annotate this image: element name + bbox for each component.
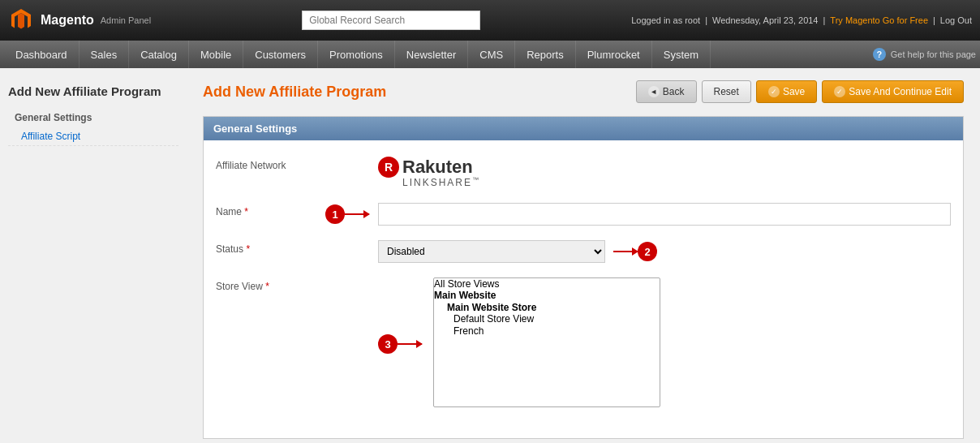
main-container: Add New Affiliate Program General Settin… (0, 68, 980, 443)
header: Magento Admin Panel Logged in as root | … (0, 0, 980, 41)
page-title: Add New Affiliate Program (203, 84, 636, 101)
sidebar-item-affiliate-script[interactable]: Affiliate Script (8, 127, 178, 146)
status-select[interactable]: Disabled Enabled (378, 240, 605, 263)
store-view-option-default[interactable]: Default Store View (434, 313, 660, 325)
nav-item-dashboard[interactable]: Dashboard (4, 41, 80, 68)
nav-item-sales[interactable]: Sales (80, 41, 130, 68)
sidebar-general-settings[interactable]: General Settings (8, 108, 178, 127)
store-view-required: * (265, 281, 269, 292)
name-row: Name * 1 (216, 203, 951, 226)
nav-item-newsletter[interactable]: Newsletter (395, 41, 468, 68)
nav-item-cms[interactable]: CMS (468, 41, 515, 68)
app-name: Magento (41, 13, 94, 28)
rakuten-r-icon: R (378, 157, 399, 178)
main-content: Add New Affiliate Program ◄ Back Reset ✓… (187, 68, 980, 443)
store-view-option-french[interactable]: French (434, 325, 660, 337)
section-body: Affiliate Network R Rakuten LINKSHARE™ (204, 140, 963, 438)
status-row: Status * Disabled Enabled (216, 240, 951, 263)
header-search-area (151, 11, 631, 30)
rakuten-brand-name: Rakuten (402, 157, 473, 178)
header-right: Logged in as root | Wednesday, April 23,… (631, 15, 972, 25)
affiliate-network-label: Affiliate Network (216, 157, 378, 171)
status-required: * (246, 243, 250, 255)
page-header: Add New Affiliate Program ◄ Back Reset ✓… (203, 80, 964, 103)
sidebar-title: Add New Affiliate Program (8, 84, 178, 98)
callout-3: 3 (378, 334, 398, 354)
affiliate-network-logo: R Rakuten LINKSHARE™ (378, 157, 951, 188)
store-view-option-all[interactable]: All Store Views (434, 278, 660, 290)
nav-item-system[interactable]: System (652, 41, 711, 68)
store-view-listbox[interactable]: All Store Views Main Website Main Websit… (433, 277, 660, 407)
search-input[interactable] (302, 11, 480, 30)
callout-2: 2 (638, 242, 657, 261)
nav-item-plumrocket[interactable]: Plumrocket (576, 41, 652, 68)
nav-item-mobile[interactable]: Mobile (189, 41, 243, 68)
sidebar: Add New Affiliate Program General Settin… (0, 68, 187, 443)
back-button[interactable]: ◄ Back (636, 80, 697, 103)
callout-1: 1 (325, 204, 345, 224)
save-continue-icon: ✓ (834, 86, 845, 97)
rakuten-sub-name: LINKSHARE™ (402, 176, 480, 188)
save-icon: ✓ (768, 86, 780, 97)
save-continue-button[interactable]: ✓ Save And Continue Edit (822, 80, 964, 103)
action-buttons: ◄ Back Reset ✓ Save ✓ Save And Continue … (636, 80, 964, 103)
store-view-label: Store View * (216, 277, 378, 292)
affiliate-network-row: Affiliate Network R Rakuten LINKSHARE™ (216, 157, 951, 188)
magento-logo-icon (8, 7, 34, 33)
name-field-area: 1 (378, 203, 951, 226)
nav-item-catalog[interactable]: Catalog (129, 41, 189, 68)
nav-item-customers[interactable]: Customers (243, 41, 318, 68)
help-icon: ? (873, 48, 886, 61)
logout-link[interactable]: Log Out (940, 15, 972, 25)
store-view-option-main-website[interactable]: Main Website (434, 290, 660, 301)
user-info: Logged in as root (631, 15, 700, 25)
back-icon: ◄ (648, 86, 660, 97)
save-button[interactable]: ✓ Save (756, 80, 817, 103)
upgrade-link[interactable]: Try Magento Go for Free (830, 15, 928, 25)
help-text: Get help for this page (891, 49, 976, 59)
store-view-field-area: 3 All Store Views Main Website Main Webs… (378, 277, 951, 407)
nav-bar: Dashboard Sales Catalog Mobile Customers… (0, 41, 980, 68)
store-view-row: Store View * 3 All Store Views (216, 277, 951, 407)
status-field-area: Disabled Enabled 2 (378, 240, 951, 263)
status-label: Status * (216, 240, 378, 255)
nav-help: ? Get help for this page (873, 41, 976, 68)
name-input[interactable] (378, 203, 951, 226)
app-subtitle: Admin Panel (101, 15, 151, 25)
nav-item-reports[interactable]: Reports (515, 41, 576, 68)
store-view-option-main-website-store[interactable]: Main Website Store (434, 302, 660, 313)
name-required: * (244, 206, 248, 217)
date-display: Wednesday, April 23, 2014 (712, 15, 818, 25)
general-settings-section: General Settings Affiliate Network R Rak… (203, 116, 964, 439)
reset-button[interactable]: Reset (702, 80, 751, 103)
section-header: General Settings (204, 117, 963, 140)
nav-item-promotions[interactable]: Promotions (318, 41, 395, 68)
rakuten-logo: R Rakuten LINKSHARE™ (378, 157, 951, 188)
logo-area: Magento Admin Panel (8, 7, 151, 33)
